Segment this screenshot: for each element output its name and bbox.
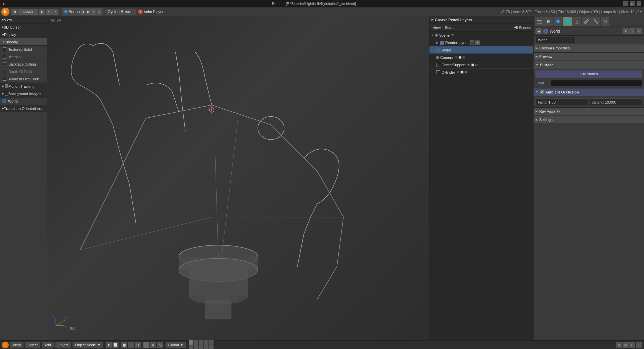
- screen-layout-select[interactable]: Default: [18, 9, 38, 15]
- move-btn[interactable]: ↔: [143, 342, 149, 348]
- layers-props-btn[interactable]: ⊞: [544, 17, 553, 26]
- camera-lock-icon[interactable]: ⊞: [463, 56, 465, 59]
- scene-props-btn[interactable]: 🔷: [554, 17, 562, 26]
- layer-3[interactable]: [199, 340, 203, 345]
- layer-9[interactable]: [204, 345, 209, 349]
- centersupport-render[interactable]: 🔲: [471, 63, 474, 67]
- cylinder-lock[interactable]: ⊞: [464, 71, 467, 74]
- display-btn-2[interactable]: ⊞: [128, 342, 134, 348]
- search-tab[interactable]: Search: [444, 25, 458, 30]
- all-scenes-tab[interactable]: All Scenes: [514, 26, 531, 30]
- remove-scene[interactable]: ×: [97, 9, 101, 15]
- snap-btn[interactable]: ⊕: [616, 342, 622, 348]
- cylinder-eye[interactable]: 👁: [456, 71, 459, 74]
- cylinder-item[interactable]: Cylinder 👁 🔲 ⊞: [429, 69, 533, 76]
- layer-4[interactable]: [204, 340, 209, 345]
- layer-2[interactable]: [194, 340, 198, 345]
- centersupport-eye[interactable]: 👁: [467, 63, 470, 67]
- layer-1[interactable]: [189, 340, 193, 345]
- display-btn-1[interactable]: ⬤: [121, 342, 127, 348]
- textured-solid-checkbox[interactable]: [3, 47, 6, 51]
- render-props-btn[interactable]: 📷: [535, 17, 544, 26]
- textured-solid-item[interactable]: Textured Solid: [0, 46, 47, 53]
- camera-item[interactable]: Camera 👁 🔲 ⊞: [429, 54, 533, 61]
- backface-culling-item[interactable]: Backface Culling: [0, 61, 47, 68]
- matcap-checkbox[interactable]: [3, 55, 6, 59]
- factor-field[interactable]: Factor 1.00: [536, 99, 588, 106]
- centersupport-item[interactable]: CenterSupport 👁 🔲 ⊞: [429, 61, 533, 69]
- add-screen[interactable]: +: [46, 9, 52, 15]
- solid-shading-btn[interactable]: ◐: [106, 342, 112, 348]
- constraints-props-btn[interactable]: 🔗: [582, 17, 591, 26]
- scene-item[interactable]: ▼ Scene 👁: [429, 32, 533, 39]
- motion-tracking-checkbox[interactable]: [5, 84, 8, 88]
- wireframe-btn[interactable]: ⬜: [112, 342, 119, 348]
- proportional-btn[interactable]: ◎: [623, 342, 629, 348]
- ao-enabled-checkbox[interactable]: [540, 90, 544, 94]
- remove-screen[interactable]: ×: [52, 9, 58, 15]
- viewport-3d[interactable]: fps: 24 X Y Z (65): [47, 16, 429, 340]
- scene-prev[interactable]: ◀: [81, 9, 85, 15]
- custom-properties-header[interactable]: ▶ Custom Properties: [534, 44, 644, 52]
- world-remove-btn[interactable]: ×: [636, 28, 642, 34]
- object-mode-selector[interactable]: Object Mode ▼: [73, 342, 103, 348]
- transform-orientations-section[interactable]: ▶ Transform Orientations: [0, 105, 47, 112]
- add-menu[interactable]: Add: [42, 342, 54, 348]
- screen-layout-prev[interactable]: ◀: [11, 9, 17, 15]
- layer-7[interactable]: [194, 345, 198, 349]
- view-tab[interactable]: View: [431, 25, 442, 30]
- centersupport-lock[interactable]: ⊞: [475, 63, 478, 67]
- render-engine-selector[interactable]: Cycles Render: [105, 9, 136, 15]
- screen-layout-next[interactable]: ▶: [39, 9, 45, 15]
- minimize-button[interactable]: —: [623, 1, 628, 6]
- select-menu[interactable]: Select: [25, 342, 41, 348]
- 3dcursor-section[interactable]: ▶ 3D Cursor: [0, 24, 47, 31]
- anim-player-label[interactable]: Anim Player: [144, 10, 164, 14]
- layer-10[interactable]: [209, 345, 214, 349]
- eye-icon[interactable]: 👁: [451, 33, 454, 37]
- motion-tracking-section-header[interactable]: ▶ Motion Tracking: [0, 83, 47, 90]
- cylinder-render[interactable]: 🔲: [460, 71, 464, 74]
- color-swatch[interactable]: [551, 80, 642, 86]
- use-nodes-button[interactable]: Use Nodes: [536, 70, 642, 78]
- add-scene[interactable]: +: [91, 9, 96, 15]
- scene-selector[interactable]: 🔷 Scene ◀ ▶ + ×: [62, 8, 103, 15]
- maximize-button[interactable]: □: [630, 1, 635, 6]
- ao-section-header[interactable]: ▼ Ambient Occlusion: [534, 88, 644, 96]
- ambient-occlusion-checkbox[interactable]: [3, 77, 6, 81]
- backface-culling-checkbox[interactable]: [3, 62, 6, 66]
- paste-btn[interactable]: ⊟: [636, 342, 642, 348]
- object-props-btn[interactable]: △: [572, 17, 581, 26]
- particles-props-btn[interactable]: ⬡: [601, 17, 609, 26]
- transform-orientation[interactable]: Global ▼: [166, 342, 186, 348]
- matcap-item[interactable]: Matcap: [0, 53, 47, 61]
- depth-of-field-checkbox[interactable]: [3, 70, 6, 73]
- display-section[interactable]: ▶ Display: [0, 31, 47, 38]
- distance-field[interactable]: Distanc: 10.000: [590, 99, 642, 106]
- world-f-btn[interactable]: F: [623, 28, 629, 34]
- view-menu[interactable]: View: [10, 342, 24, 348]
- ray-visibility-header[interactable]: ▶ Ray Visibility: [534, 108, 644, 115]
- depth-of-field-item[interactable]: Depth Of Field: [0, 68, 47, 75]
- rotate-btn[interactable]: ↻: [150, 342, 156, 348]
- camera-render-icon[interactable]: 🔲: [458, 56, 462, 59]
- view-section[interactable]: ▶ View: [0, 16, 47, 24]
- blender-logo-bottom[interactable]: B: [2, 342, 9, 348]
- renderlayers-btn1[interactable]: 📷: [470, 40, 474, 45]
- grease-pencil-header[interactable]: ▶ Grease Pencil Layers: [429, 16, 533, 24]
- background-images-checkbox[interactable]: [5, 92, 8, 95]
- preview-header[interactable]: ▶ Preview: [534, 53, 644, 60]
- copy-btn[interactable]: ⊞: [629, 342, 635, 348]
- renderlayers-item[interactable]: ▶ RenderLayers 📷 ⊞: [429, 39, 533, 46]
- world-name-input[interactable]: [536, 37, 576, 43]
- world-props-btn[interactable]: 🌐: [563, 17, 572, 26]
- world-item[interactable]: World: [429, 46, 533, 54]
- settings-header[interactable]: ▶ Settings: [534, 116, 644, 123]
- close-button[interactable]: ×: [637, 1, 641, 6]
- scale-btn[interactable]: ⤡: [157, 342, 163, 348]
- world-selector-prev[interactable]: ◀: [536, 28, 542, 34]
- background-images-section-header[interactable]: ▶ Background Images: [0, 90, 47, 98]
- ambient-occlusion-item[interactable]: Ambient Occlusion: [0, 75, 47, 83]
- layer-8[interactable]: [199, 345, 203, 349]
- modifier-props-btn[interactable]: 🔧: [591, 17, 600, 26]
